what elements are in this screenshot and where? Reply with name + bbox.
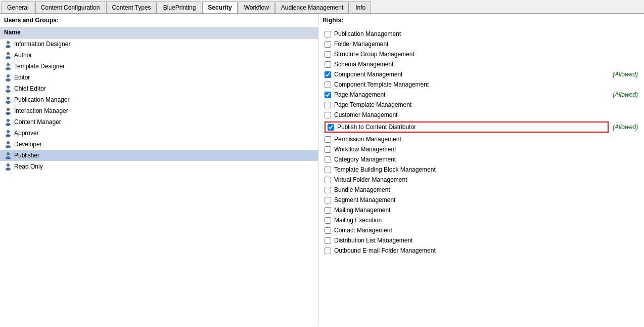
right-label[interactable]: Contact Management	[334, 227, 638, 234]
right-checkbox[interactable]	[325, 248, 331, 254]
svg-point-4	[7, 63, 10, 66]
right-checkbox[interactable]	[325, 187, 331, 193]
svg-point-12	[7, 108, 10, 111]
right-checkbox[interactable]	[325, 197, 331, 203]
right-label[interactable]: Template Building Block Management	[334, 166, 638, 173]
table-row: Permission Management	[323, 134, 640, 144]
right-checkbox[interactable]	[325, 41, 331, 48]
list-item[interactable]: Interaction Manager	[0, 105, 318, 116]
tab-general[interactable]: General	[2, 2, 34, 13]
table-row: Component Management(Allowed)	[323, 69, 640, 79]
list-item[interactable]: Editor	[0, 72, 318, 83]
table-row: Structure Group Management	[323, 49, 640, 59]
right-checkbox[interactable]	[325, 227, 331, 234]
right-checkbox[interactable]	[325, 177, 331, 183]
rights-header: Rights:	[318, 14, 644, 27]
right-label[interactable]: Bundle Management	[334, 186, 638, 193]
right-label[interactable]: Category Management	[334, 156, 638, 163]
right-checkbox[interactable]	[325, 61, 331, 68]
list-item[interactable]: Publication Manager	[0, 94, 318, 105]
right-label[interactable]: Distribution List Management	[334, 237, 638, 244]
tab-blueprinting[interactable]: BluePrinting	[158, 2, 202, 13]
right-label[interactable]: Page Template Management	[334, 101, 638, 108]
user-icon	[4, 85, 12, 93]
right-label[interactable]: Folder Management	[334, 40, 638, 48]
table-row: Component Template Management	[323, 79, 640, 90]
right-label[interactable]: Outbound E-mail Folder Management	[334, 247, 638, 254]
user-icon	[4, 107, 12, 115]
right-checkbox[interactable]	[325, 71, 331, 78]
right-label[interactable]: Page Management	[334, 91, 609, 98]
table-row: Folder Management	[323, 39, 640, 49]
right-checkbox[interactable]	[325, 51, 331, 58]
right-label[interactable]: Workflow Management	[334, 146, 638, 153]
list-item[interactable]: Chief Editor	[0, 83, 318, 94]
svg-point-7	[6, 78, 11, 81]
svg-point-20	[7, 152, 10, 155]
right-label[interactable]: Structure Group Management	[334, 51, 638, 58]
right-checkbox[interactable]	[328, 124, 334, 131]
svg-point-2	[7, 52, 10, 55]
list-item[interactable]: Publisher	[0, 150, 318, 161]
list-item[interactable]: Information Designer	[0, 38, 318, 50]
allowed-badge: (Allowed)	[613, 91, 638, 98]
right-label[interactable]: Customer Management	[334, 111, 638, 118]
user-name-label: Read Only	[14, 163, 43, 170]
svg-point-14	[7, 119, 10, 122]
right-checkbox[interactable]	[325, 136, 331, 143]
right-checkbox[interactable]	[325, 112, 331, 118]
list-item[interactable]: Approver	[0, 128, 318, 139]
user-icon	[4, 62, 12, 70]
svg-point-15	[6, 123, 11, 126]
table-row: Contact Management	[323, 225, 640, 235]
user-name-label: Template Designer	[14, 63, 65, 70]
tab-content-configuration[interactable]: Content Configuration	[35, 2, 106, 13]
user-name-label: Interaction Manager	[14, 107, 68, 114]
table-row: Category Management	[323, 154, 640, 165]
right-label[interactable]: Schema Management	[334, 61, 638, 68]
right-checkbox[interactable]	[325, 207, 331, 214]
tabs-bar: GeneralContent ConfigurationContent Type…	[0, 0, 644, 14]
right-checkbox[interactable]	[325, 92, 331, 98]
right-checkbox[interactable]	[325, 102, 331, 108]
right-checkbox[interactable]	[325, 81, 331, 88]
right-label[interactable]: Permission Management	[334, 136, 638, 143]
right-checkbox[interactable]	[325, 156, 331, 163]
svg-point-16	[7, 130, 10, 133]
right-label[interactable]: Publish to Content Distributor	[337, 124, 606, 131]
right-label[interactable]: Mailing Management	[334, 207, 638, 214]
svg-point-13	[6, 112, 11, 115]
right-label[interactable]: Segment Management	[334, 196, 638, 203]
right-checkbox[interactable]	[325, 167, 331, 173]
tab-content-types[interactable]: Content Types	[106, 2, 156, 13]
right-checkbox[interactable]	[325, 31, 331, 37]
tab-workflow[interactable]: Workflow	[239, 2, 274, 13]
right-checkbox[interactable]	[325, 217, 331, 224]
list-item[interactable]: Read Only	[0, 161, 318, 172]
right-label[interactable]: Component Template Management	[334, 81, 638, 88]
user-name-label: Publisher	[14, 152, 39, 159]
user-name-label: Content Manager	[14, 118, 61, 126]
svg-point-23	[6, 168, 11, 171]
users-list: Information Designer Author Template Des…	[0, 38, 318, 172]
right-label[interactable]: Publication Management	[334, 30, 638, 37]
right-label[interactable]: Mailing Execution	[334, 217, 638, 224]
left-panel: Users and Groups: Name Information Desig…	[0, 14, 318, 325]
tab-audience-management[interactable]: Audience Management	[275, 2, 349, 13]
right-label[interactable]: Virtual Folder Management	[334, 176, 638, 183]
list-item[interactable]: Author	[0, 50, 318, 61]
right-label[interactable]: Component Management	[334, 71, 609, 78]
list-item[interactable]: Developer	[0, 139, 318, 150]
right-checkbox[interactable]	[325, 237, 331, 244]
table-row: Segment Management	[323, 195, 640, 205]
list-item[interactable]: Template Designer	[0, 61, 318, 72]
user-icon	[4, 129, 12, 137]
list-item[interactable]: Content Manager	[0, 116, 318, 128]
right-checkbox[interactable]	[325, 146, 331, 153]
tab-security[interactable]: Security	[202, 2, 237, 13]
tab-info[interactable]: Info	[350, 2, 371, 13]
user-icon	[4, 73, 12, 81]
svg-point-17	[6, 134, 11, 137]
table-row: Mailing Execution	[323, 215, 640, 225]
table-row: Publication Management	[323, 29, 640, 39]
